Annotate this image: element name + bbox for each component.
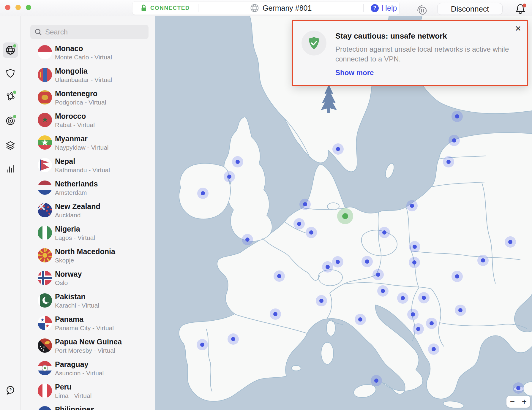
country-row[interactable]: Pakistan Karachi - Virtual bbox=[21, 291, 155, 314]
server-pin[interactable] bbox=[409, 257, 420, 268]
country-row[interactable]: Paraguay Asuncion - Virtual bbox=[21, 359, 155, 381]
search-icon bbox=[34, 28, 42, 36]
server-pin[interactable] bbox=[228, 333, 239, 345]
country-row[interactable]: Nigeria Lagos - Virtual bbox=[21, 223, 155, 246]
country-name: Panama bbox=[55, 315, 83, 324]
server-pin[interactable] bbox=[322, 261, 333, 273]
status-dot bbox=[12, 43, 17, 48]
flag-mongolia-icon bbox=[38, 68, 52, 82]
server-pin[interactable] bbox=[505, 236, 516, 248]
server-pin[interactable] bbox=[197, 339, 208, 350]
country-name: Montenegro bbox=[55, 89, 97, 98]
notifications-button[interactable] bbox=[514, 2, 527, 15]
server-pin[interactable] bbox=[407, 309, 419, 320]
sidebar-item-security[interactable] bbox=[3, 66, 18, 81]
flag-philippines-icon bbox=[38, 406, 52, 410]
country-row[interactable]: Philippines bbox=[21, 404, 155, 410]
server-pin[interactable] bbox=[443, 156, 454, 167]
search-input[interactable] bbox=[45, 28, 144, 36]
server-pin[interactable] bbox=[355, 314, 366, 325]
server-pin[interactable] bbox=[372, 269, 384, 280]
country-row[interactable]: Myanmar Naypyidaw - Virtual bbox=[21, 133, 155, 156]
sidebar-item-servers-map[interactable] bbox=[3, 42, 18, 58]
server-pin[interactable] bbox=[452, 271, 463, 282]
country-row[interactable]: Norway Oslo bbox=[21, 268, 155, 291]
zoom-in-button[interactable]: + bbox=[518, 396, 530, 408]
minimize-window-button[interactable] bbox=[15, 5, 21, 10]
server-pin[interactable] bbox=[377, 285, 389, 297]
country-row[interactable]: North Macedonia Skopje bbox=[21, 246, 155, 268]
disconnect-button[interactable]: Disconnect bbox=[437, 3, 503, 15]
close-window-button[interactable] bbox=[5, 5, 10, 10]
map-zoom-control: − + bbox=[506, 396, 530, 408]
server-pin[interactable] bbox=[413, 323, 424, 335]
server-pin[interactable] bbox=[332, 256, 343, 267]
server-pin[interactable] bbox=[332, 143, 344, 155]
country-name: Netherlands bbox=[55, 180, 98, 188]
pause-icon bbox=[416, 3, 429, 16]
server-pin[interactable] bbox=[452, 111, 463, 122]
server-pin[interactable] bbox=[455, 305, 466, 316]
flag-nigeria-icon bbox=[38, 226, 52, 240]
server-pin[interactable] bbox=[316, 295, 327, 306]
server-pin[interactable] bbox=[197, 188, 209, 199]
search-box[interactable] bbox=[30, 25, 149, 39]
country-row[interactable]: New Zealand Auckland bbox=[21, 201, 155, 223]
server-pin[interactable] bbox=[397, 292, 408, 304]
server-pin[interactable] bbox=[426, 318, 437, 329]
server-pin[interactable] bbox=[361, 256, 373, 267]
close-icon[interactable]: × bbox=[515, 23, 521, 33]
country-row[interactable]: Morocco Rabat - Virtual bbox=[21, 110, 155, 133]
connection-status-bar: CONNECTED Germany #801 ? Help bbox=[132, 1, 400, 15]
country-name: Myanmar bbox=[55, 134, 88, 143]
server-pin[interactable] bbox=[409, 241, 420, 252]
server-pin[interactable] bbox=[379, 227, 390, 238]
server-pin[interactable] bbox=[513, 382, 524, 394]
sidebar-item-dark-web-monitor[interactable] bbox=[3, 113, 18, 129]
flag-montenegro-icon bbox=[38, 90, 52, 105]
titlebar: CONNECTED Germany #801 ? Help bbox=[0, 0, 532, 16]
server-pin[interactable] bbox=[270, 308, 281, 320]
help-button[interactable]: ? Help bbox=[371, 1, 397, 15]
shield-check-icon bbox=[307, 36, 321, 50]
zoom-window-button[interactable] bbox=[26, 5, 31, 10]
server-pin[interactable] bbox=[418, 292, 430, 303]
zoom-out-button[interactable]: − bbox=[506, 396, 518, 408]
connected-server-pin[interactable] bbox=[337, 208, 353, 224]
country-row[interactable]: Peru Lima - Virtual bbox=[21, 381, 155, 404]
country-row[interactable]: Nepal Kathmandu - Virtual bbox=[21, 156, 155, 178]
show-more-link[interactable]: Show more bbox=[335, 69, 374, 77]
country-row[interactable]: Papua New Guinea Port Moresby - Virtual bbox=[21, 336, 155, 359]
server-pin[interactable] bbox=[477, 255, 489, 266]
sidebar-item-settings[interactable] bbox=[3, 406, 18, 410]
server-pin[interactable] bbox=[449, 135, 460, 146]
server-pin[interactable] bbox=[242, 234, 253, 245]
sidebar-item-statistics[interactable] bbox=[3, 161, 18, 176]
server-pin[interactable] bbox=[232, 156, 243, 167]
server-pin[interactable] bbox=[306, 227, 317, 238]
server-pin[interactable] bbox=[274, 270, 285, 282]
sidebar-item-specialty-servers[interactable] bbox=[3, 138, 18, 153]
pause-connection-button[interactable] bbox=[416, 3, 429, 16]
sidebar-item-meshnet[interactable] bbox=[3, 89, 18, 104]
country-row[interactable]: Montenegro Podgorica - Virtual bbox=[21, 88, 155, 110]
country-row[interactable]: Mongolia Ulaanbaatar - Virtual bbox=[21, 65, 155, 88]
flag-morocco-icon bbox=[38, 113, 52, 127]
country-row[interactable]: Netherlands Amsterdam bbox=[21, 178, 155, 201]
status-label: CONNECTED bbox=[150, 5, 190, 11]
country-row[interactable]: Monaco Monte Carlo - Virtual bbox=[21, 43, 155, 65]
server-pin[interactable] bbox=[224, 171, 235, 182]
server-pin[interactable] bbox=[299, 199, 311, 210]
support-bubble-icon: ? bbox=[5, 385, 16, 396]
alert-text: Stay cautious: unsafe network Protection… bbox=[335, 31, 514, 77]
help-question-icon: ? bbox=[371, 4, 379, 12]
server-pin[interactable] bbox=[371, 375, 382, 386]
server-pin[interactable] bbox=[428, 343, 439, 355]
sidebar-item-support[interactable]: ? bbox=[3, 383, 18, 398]
country-location: Panama City - Virtual bbox=[55, 324, 114, 332]
server-pin[interactable] bbox=[406, 200, 418, 211]
server-pin[interactable] bbox=[293, 218, 305, 229]
country-location: Monte Carlo - Virtual bbox=[55, 54, 112, 61]
country-row[interactable]: Panama Panama City - Virtual bbox=[21, 314, 155, 336]
country-name: Philippines bbox=[55, 405, 94, 410]
